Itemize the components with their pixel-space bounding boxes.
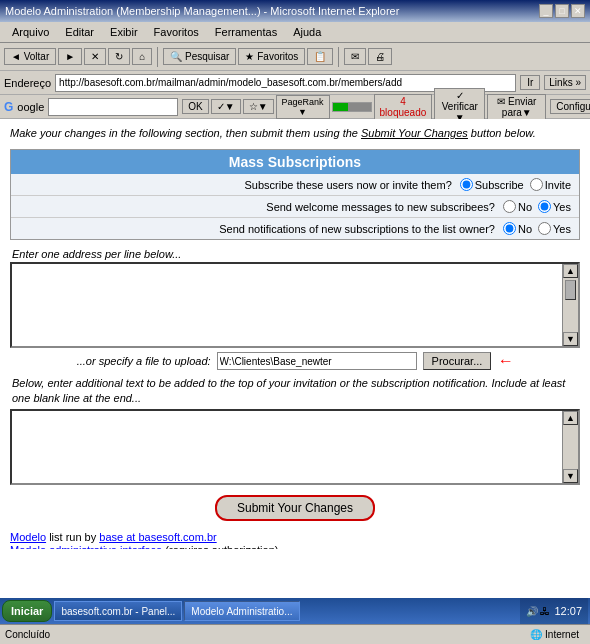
address-textarea[interactable]	[12, 264, 562, 344]
menu-bar: Arquivo Editar Exibir Favoritos Ferramen…	[0, 22, 590, 43]
address-textarea-label: Enter one address per line below...	[12, 248, 578, 260]
search-button[interactable]: 🔍 Pesquisar	[163, 48, 236, 65]
notification-label: Send notifications of new subscriptions …	[19, 223, 503, 235]
scroll-down-btn[interactable]: ▼	[563, 332, 578, 346]
scroll-track	[563, 278, 578, 332]
welcome-no-text: No	[518, 201, 532, 213]
notification-row: Send notifications of new subscriptions …	[11, 218, 579, 239]
mass-subscriptions-box: Mass Subscriptions Subscribe these users…	[10, 149, 580, 240]
footer-line-1: Modelo list run by base at basesoft.com.…	[10, 531, 580, 543]
modelo-link[interactable]: Modelo	[10, 531, 46, 543]
toolbar-separator-2	[338, 47, 339, 67]
footer-links: Modelo list run by base at basesoft.com.…	[10, 531, 580, 549]
menu-ajuda[interactable]: Ajuda	[285, 24, 329, 40]
intro-link[interactable]: Submit Your Changes	[361, 127, 468, 139]
additional-textarea-container: ▲ ▼	[10, 409, 580, 485]
notify-yes-radio[interactable]	[538, 222, 551, 235]
notification-controls: No Yes	[503, 222, 571, 235]
subscribe-label: Subscribe	[475, 179, 524, 191]
subscribe-invite-row: Subscribe these users now or invite them…	[11, 174, 579, 196]
menu-editar[interactable]: Editar	[57, 24, 102, 40]
menu-exibir[interactable]: Exibir	[102, 24, 146, 40]
notify-no-label[interactable]: No	[503, 222, 532, 235]
address-textarea-container: ▲ ▼	[10, 262, 580, 348]
browse-button[interactable]: Procurar...	[423, 352, 492, 370]
window-controls[interactable]: _ □ ✕	[539, 4, 585, 18]
toolbar: ◄ Voltar ► ✕ ↻ ⌂ 🔍 Pesquisar ★ Favoritos…	[0, 43, 590, 71]
arrow-indicator: ←	[497, 352, 513, 370]
menu-arquivo[interactable]: Arquivo	[4, 24, 57, 40]
google-options-button[interactable]: ✓▼	[211, 99, 241, 114]
submit-area: Submit Your Changes	[10, 495, 580, 521]
google-text: oogle	[17, 101, 44, 113]
file-input[interactable]	[217, 352, 417, 370]
notify-no-radio[interactable]	[503, 222, 516, 235]
additional-text-label: Below, enter additional text to be added…	[12, 376, 578, 407]
welcome-yes-radio[interactable]	[538, 200, 551, 213]
invite-radio-label[interactable]: Invite	[530, 178, 571, 191]
textarea-scrollbar: ▲ ▼	[562, 264, 578, 346]
footer-requires-auth: (requires authorization)	[162, 544, 278, 549]
main-content: Make your changes in the following secti…	[0, 119, 590, 549]
stop-button[interactable]: ✕	[84, 48, 106, 65]
google-bar: G oogle OK ✓▼ ☆▼ PageRank ▼ 4 bloqueado …	[0, 95, 590, 119]
back-button[interactable]: ◄ Voltar	[4, 48, 56, 65]
links-button[interactable]: Links »	[544, 75, 586, 90]
welcome-message-label: Send welcome messages to new subscribees…	[19, 201, 503, 213]
maximize-button[interactable]: □	[555, 4, 569, 18]
base-email-link[interactable]: base at basesoft.com.br	[99, 531, 216, 543]
footer-line-2: Modelo administrative interface (require…	[10, 544, 580, 549]
minimize-button[interactable]: _	[539, 4, 553, 18]
google-search-input[interactable]	[48, 98, 178, 116]
notify-yes-label[interactable]: Yes	[538, 222, 571, 235]
window-title: Modelo Administration (Membership Manage…	[5, 5, 399, 17]
scroll-up-btn[interactable]: ▲	[563, 264, 578, 278]
google-star-button[interactable]: ☆▼	[243, 99, 274, 114]
additional-textarea[interactable]	[12, 411, 562, 481]
menu-favoritos[interactable]: Favoritos	[146, 24, 207, 40]
home-button[interactable]: ⌂	[132, 48, 152, 65]
google-ok-button[interactable]: OK	[182, 99, 208, 114]
blocked-button[interactable]: 4 bloqueado	[374, 94, 433, 120]
history-button[interactable]: 📋	[307, 48, 333, 65]
config-button[interactable]: Configurações▼	[550, 99, 590, 114]
main-content-scroll: Make your changes in the following secti…	[0, 119, 590, 549]
intro-paragraph: Make your changes in the following secti…	[10, 127, 580, 139]
pagerank-bar	[332, 102, 372, 112]
notify-no-text: No	[518, 223, 532, 235]
send-button[interactable]: ✉ Enviar para▼	[487, 94, 546, 120]
google-label: G	[4, 100, 13, 114]
subscribe-invite-label: Subscribe these users now or invite them…	[19, 179, 460, 191]
intro-suffix: button below.	[471, 127, 536, 139]
title-bar: Modelo Administration (Membership Manage…	[0, 0, 590, 22]
welcome-yes-text: Yes	[553, 201, 571, 213]
subscribe-radio[interactable]	[460, 178, 473, 191]
forward-button[interactable]: ►	[58, 48, 82, 65]
file-upload-row: ...or specify a file to upload: Procurar…	[10, 352, 580, 370]
toolbar-separator	[157, 47, 158, 67]
print-button[interactable]: 🖨	[368, 48, 392, 65]
invite-radio[interactable]	[530, 178, 543, 191]
welcome-message-row: Send welcome messages to new subscribees…	[11, 196, 579, 218]
refresh-button[interactable]: ↻	[108, 48, 130, 65]
file-upload-label: ...or specify a file to upload:	[77, 355, 211, 367]
welcome-no-radio[interactable]	[503, 200, 516, 213]
scroll-up-btn-2[interactable]: ▲	[563, 411, 578, 425]
admin-interface-link[interactable]: Modelo administrative interface	[10, 544, 162, 549]
scroll-thumb[interactable]	[565, 280, 576, 300]
invite-label: Invite	[545, 179, 571, 191]
subscribe-radio-label[interactable]: Subscribe	[460, 178, 524, 191]
welcome-message-controls: No Yes	[503, 200, 571, 213]
scroll-down-btn-2[interactable]: ▼	[563, 469, 578, 483]
scroll-track-2	[563, 425, 578, 469]
footer-run-by: list run by	[46, 531, 99, 543]
intro-text: Make your changes in the following secti…	[10, 127, 358, 139]
submit-button[interactable]: Submit Your Changes	[215, 495, 375, 521]
google-pr-button[interactable]: PageRank ▼	[276, 95, 330, 119]
close-button[interactable]: ✕	[571, 4, 585, 18]
welcome-no-label[interactable]: No	[503, 200, 532, 213]
favorites-button[interactable]: ★ Favoritos	[238, 48, 305, 65]
menu-ferramentas[interactable]: Ferramentas	[207, 24, 285, 40]
mail-button[interactable]: ✉	[344, 48, 366, 65]
welcome-yes-label[interactable]: Yes	[538, 200, 571, 213]
